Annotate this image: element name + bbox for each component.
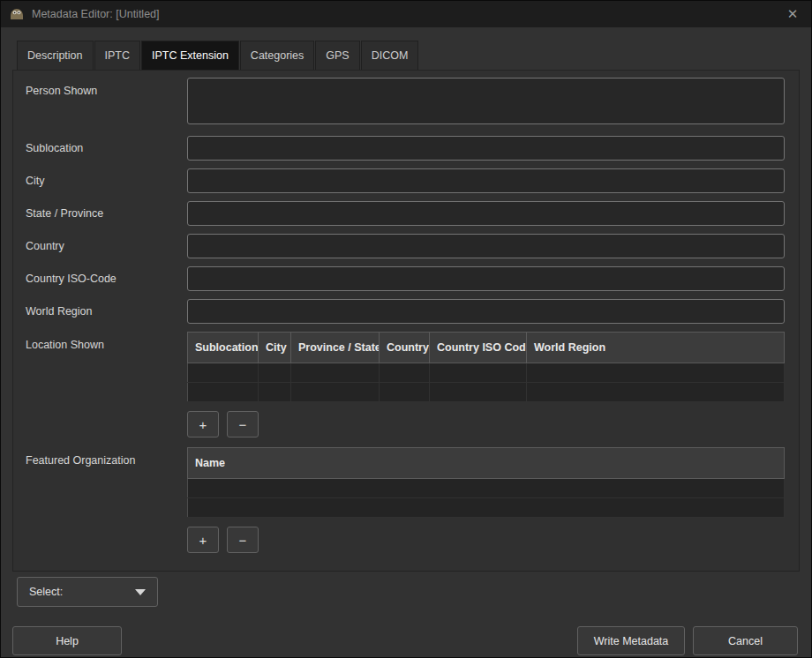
table-cell[interactable]	[188, 383, 259, 402]
dropdown-arrow-icon	[135, 589, 146, 595]
country-iso-code-label: Country ISO-Code	[26, 273, 187, 285]
column-header-country: Country	[380, 333, 430, 363]
window-title: Metadata Editor: [Untitled]	[32, 8, 160, 20]
table-cell[interactable]	[527, 383, 785, 402]
table-cell[interactable]	[527, 363, 785, 383]
table-row[interactable]	[188, 383, 785, 402]
tab-description[interactable]: Description	[17, 41, 94, 70]
tab-gps[interactable]: GPS	[315, 41, 359, 70]
featured-organization-table: Name	[187, 447, 785, 518]
state-province-label: State / Province	[26, 207, 187, 220]
select-dropdown[interactable]: Select:	[17, 577, 158, 607]
country-label: Country	[26, 240, 187, 252]
country-iso-code-input[interactable]	[187, 266, 785, 291]
tab-iptc[interactable]: IPTC	[94, 41, 140, 70]
close-icon[interactable]: ✕	[783, 6, 802, 22]
tab-dicom[interactable]: DICOM	[361, 41, 419, 70]
table-row[interactable]	[188, 498, 785, 518]
table-cell[interactable]	[291, 383, 380, 402]
country-row: Country	[26, 234, 785, 258]
table-cell[interactable]	[259, 383, 291, 402]
person-shown-row: Person Shown	[26, 78, 785, 128]
remove-row-button[interactable]: −	[227, 411, 259, 437]
person-shown-textarea[interactable]	[187, 78, 785, 124]
table-cell[interactable]	[430, 363, 527, 383]
location-shown-label: Location Shown	[26, 332, 187, 437]
person-shown-label: Person Shown	[26, 78, 187, 128]
city-row: City	[26, 168, 785, 193]
tab-iptc-extension[interactable]: IPTC Extension	[141, 41, 239, 70]
column-header-sublocation: Sublocation	[188, 333, 259, 363]
table-cell[interactable]	[291, 363, 380, 383]
cancel-button[interactable]: Cancel	[693, 626, 798, 655]
state-province-row: State / Province	[26, 201, 785, 226]
featured-organization-row: Featured Organization Name + −	[26, 447, 785, 553]
world-region-label: World Region	[26, 305, 187, 318]
table-cell[interactable]	[259, 363, 291, 383]
sublocation-row: Sublocation	[26, 136, 785, 161]
country-iso-code-row: Country ISO-Code	[26, 266, 785, 291]
tab-categories[interactable]: Categories	[240, 41, 314, 70]
world-region-row: World Region	[26, 299, 785, 324]
table-cell[interactable]	[188, 498, 785, 518]
column-header-name: Name	[188, 448, 785, 479]
table-row[interactable]	[188, 479, 785, 498]
country-input[interactable]	[187, 234, 785, 258]
sublocation-label: Sublocation	[26, 142, 187, 154]
table-row[interactable]	[188, 363, 785, 383]
world-region-input[interactable]	[187, 299, 785, 324]
write-metadata-button[interactable]: Write Metadata	[577, 626, 685, 655]
select-label: Select:	[29, 586, 63, 598]
iptc-extension-panel: Person Shown Sublocation City State / Pr…	[12, 70, 800, 572]
dialog-footer: Help Write Metadata Cancel	[1, 616, 811, 657]
city-label: City	[26, 175, 187, 187]
location-shown-actions: + −	[187, 411, 785, 437]
featured-organization-header-row: Name	[188, 448, 785, 479]
column-header-world-region: World Region	[527, 333, 785, 363]
state-province-input[interactable]	[187, 201, 785, 226]
metadata-editor-window: Metadata Editor: [Untitled] ✕ Descriptio…	[0, 0, 812, 658]
gimp-icon	[10, 8, 26, 21]
column-header-country-iso-code: Country ISO Code	[430, 333, 527, 363]
add-row-button[interactable]: +	[187, 411, 219, 437]
table-cell[interactable]	[188, 363, 259, 383]
featured-organization-label: Featured Organization	[26, 447, 187, 553]
tab-bar: Description IPTC IPTC Extension Categori…	[17, 41, 800, 70]
table-cell[interactable]	[380, 363, 430, 383]
column-header-city: City	[259, 333, 291, 363]
sublocation-input[interactable]	[187, 136, 785, 161]
titlebar: Metadata Editor: [Untitled] ✕	[1, 1, 811, 27]
featured-organization-actions: + −	[187, 527, 785, 553]
select-row: Select:	[1, 572, 811, 607]
table-cell[interactable]	[380, 383, 430, 402]
add-row-button[interactable]: +	[187, 527, 219, 553]
column-header-province-state: Province / State	[291, 333, 380, 363]
table-cell[interactable]	[188, 479, 785, 498]
remove-row-button[interactable]: −	[227, 527, 259, 553]
location-shown-header-row: Sublocation City Province / State Countr…	[188, 333, 785, 363]
city-input[interactable]	[187, 168, 785, 193]
location-shown-row: Location Shown Sublocation City Province…	[26, 332, 785, 437]
location-shown-table: Sublocation City Province / State Countr…	[187, 332, 785, 402]
help-button[interactable]: Help	[12, 626, 122, 655]
table-cell[interactable]	[430, 383, 527, 402]
